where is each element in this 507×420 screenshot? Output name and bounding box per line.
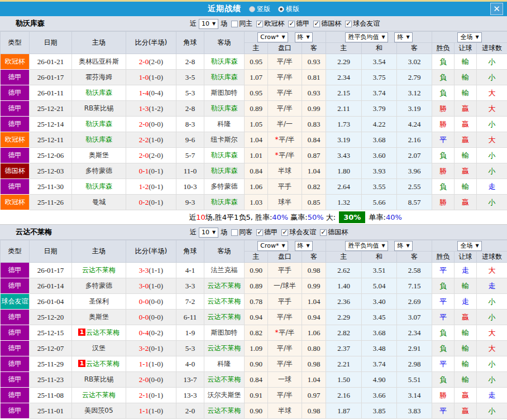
team-label: 多特蒙德 xyxy=(85,282,112,289)
match-row: 德甲25-11-08云达不莱梅2-1(0-1)13-3沃尔夫斯堡0.91平/半0… xyxy=(1,388,507,403)
handicap: 平/半 xyxy=(268,101,302,117)
league-checkbox[interactable] xyxy=(288,21,295,27)
result-handicap: 輸 xyxy=(455,356,477,372)
sub-avg-home: 主 xyxy=(326,43,362,54)
result-handicap: 輸 xyxy=(455,341,477,356)
league-checkbox[interactable] xyxy=(281,229,288,236)
result-goals: 走 xyxy=(477,388,507,403)
bookmaker-select[interactable]: Crow*▼ xyxy=(257,241,288,251)
result-wdl: 負 xyxy=(432,341,455,356)
same-venue-checkbox[interactable] xyxy=(231,229,238,236)
avg-home: 1.80 xyxy=(326,163,362,179)
sub-odds-home: 主 xyxy=(245,43,268,54)
layout-radio-vertical[interactable]: 竖版 xyxy=(245,4,270,14)
avg-home: 1.87 xyxy=(326,403,362,419)
match-row: 德甲26-01-17云达不莱梅3-3(1-1)4-1法兰克福0.90平手0.98… xyxy=(1,263,507,278)
league-label: 德甲 xyxy=(264,228,278,237)
odds-away: 0.98 xyxy=(302,356,326,372)
home-team: RB莱比锡 xyxy=(72,372,126,388)
team-label: 科隆 xyxy=(218,120,231,128)
layout-radio-horizontal[interactable]: 横版 xyxy=(274,4,299,14)
avg-draw: 3.93 xyxy=(362,163,397,179)
result-handicap: 贏 xyxy=(455,388,477,403)
avg-select[interactable]: 胜平负均值▼ xyxy=(345,32,388,42)
away-team: 勒沃库森 xyxy=(204,101,245,117)
odds-home: 0.78 xyxy=(245,294,268,310)
league-checkbox-group: 德甲球会友谊德国杯 xyxy=(252,228,348,237)
handicap: 平/半 xyxy=(268,70,302,85)
team-label: 勒沃库森 xyxy=(211,73,238,81)
odds-home: 1.07 xyxy=(245,70,268,85)
odds-final-select[interactable]: 终▼ xyxy=(295,32,313,42)
avg-away: 2.58 xyxy=(397,263,432,278)
avg-home: 2.29 xyxy=(326,54,362,70)
corner-score: 4-1 xyxy=(176,263,204,278)
avg-away: 3.12 xyxy=(397,85,432,101)
unit-label: 场 xyxy=(221,19,227,28)
avg-final-select[interactable]: 终▼ xyxy=(394,241,412,251)
handicap: 半球 xyxy=(268,163,302,179)
odds-away: 0.98 xyxy=(302,403,326,419)
team-label: 勒沃库森 xyxy=(85,89,112,96)
bookmaker-value: Crow* xyxy=(260,242,279,249)
avg-away: 2.16 xyxy=(397,132,432,148)
close-button[interactable]: ✕ xyxy=(490,3,503,15)
fulltime-select[interactable]: 全场▼ xyxy=(457,241,481,251)
match-count-select[interactable]: 10 ▼ xyxy=(199,19,218,29)
home-team: 勒沃库森 xyxy=(72,85,126,101)
result-handicap: 贏 xyxy=(455,117,477,132)
bookmaker-select[interactable]: Crow*▼ xyxy=(257,32,288,42)
odds-final-select[interactable]: 终▼ xyxy=(295,241,313,251)
avg-final-select[interactable]: 终▼ xyxy=(394,32,412,42)
team-label: 圣保利 xyxy=(89,297,109,305)
result-goals: 走 xyxy=(477,278,507,294)
result-handicap: 走 xyxy=(455,294,477,310)
avg-home: 2.37 xyxy=(326,341,362,356)
match-date: 26-01-04 xyxy=(30,294,72,310)
team-label: 云达不莱梅 xyxy=(86,360,119,368)
unit-label: 场 xyxy=(221,228,227,237)
radio-unselected-icon[interactable] xyxy=(249,6,255,12)
away-team: 勒沃库森 xyxy=(204,54,245,70)
odds-away: 0.83 xyxy=(302,117,326,132)
match-row: 德甲25-11-30勒沃库森1-2(0-1)10-3多特蒙德1.06平手0.82… xyxy=(1,179,507,195)
recent-results-popup: 近期战绩 竖版 横版 ✕ 勒沃库森 近 10 ▼ 场 同主 欧冠杯德甲德国杯球会… xyxy=(0,0,507,420)
title-bar: 近期战绩 竖版 横版 ✕ xyxy=(0,2,507,16)
avg-away: 3.07 xyxy=(397,310,432,325)
avg-home: 1.40 xyxy=(326,278,362,294)
league-checkbox[interactable] xyxy=(313,21,320,27)
match-count-select[interactable]: 10 ▼ xyxy=(199,228,218,238)
team-label: 云达不莱梅 xyxy=(208,297,241,305)
results-table-bremen: 类型 日期 主场 比分(半场) 角球 客场 Crow*▼ 终▼ 胜平负均值▼ 终… xyxy=(0,240,507,419)
same-venue-checkbox[interactable] xyxy=(231,21,238,27)
match-row: 德甲25-12-14勒沃库森2-0(0-0)8-3科隆1.05半/一0.831.… xyxy=(1,117,507,132)
fulltime-select[interactable]: 全场▼ xyxy=(457,32,481,42)
league-checkbox[interactable] xyxy=(320,229,327,236)
avg-away: 2.98 xyxy=(397,356,432,372)
radio-selected-icon[interactable] xyxy=(278,6,284,12)
avg-select[interactable]: 胜平负均值▼ xyxy=(345,241,388,251)
league-checkbox[interactable] xyxy=(256,21,263,27)
fulltime-group-header: 全场▼ xyxy=(432,32,507,43)
avg-draw: 3.75 xyxy=(362,70,397,85)
big-rate-badge: 30% xyxy=(339,211,365,223)
league-checkbox[interactable] xyxy=(345,21,352,27)
home-team: 勒沃库森 xyxy=(72,132,126,148)
radio-vertical-label: 竖版 xyxy=(257,4,270,14)
corner-score: 3-3 xyxy=(176,278,204,294)
match-row: 德甲25-11-291云达不莱梅1-1(1-0)4-0科隆0.90平/半0.98… xyxy=(1,356,507,372)
match-date: 25-12-03 xyxy=(30,163,72,179)
match-date: 26-01-17 xyxy=(30,263,72,278)
home-team: 曼城 xyxy=(72,195,126,210)
league-checkbox[interactable] xyxy=(256,229,263,236)
match-date: 26-01-14 xyxy=(30,278,72,294)
summary-text: 10 xyxy=(196,213,205,221)
league-label: 欧冠杯 xyxy=(264,19,284,28)
team-label: 曼城 xyxy=(92,198,106,206)
handicap-change-star: * xyxy=(275,151,278,159)
avg-draw: 3.79 xyxy=(362,101,397,117)
sub-result-handicap: 让球 xyxy=(455,252,477,263)
match-score: 2-0(0-0) xyxy=(126,117,176,132)
chevron-down-icon: ▼ xyxy=(406,243,409,248)
handicap: 球半 xyxy=(268,195,302,210)
